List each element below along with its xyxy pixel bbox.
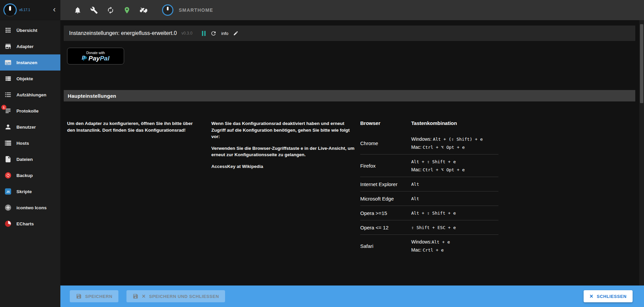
sidebar-item-benutzer[interactable]: Benutzer: [0, 119, 60, 135]
combo-prefix: Mac:: [411, 247, 423, 253]
paypal-monogram-icon: PP: [82, 55, 88, 61]
combo-keys: Alt + ⇧ Shift + e: [411, 159, 456, 164]
sidebar-item-label: Protokolle: [16, 108, 39, 114]
save-and-close-button[interactable]: × SPEICHERN UND SCHLIESSEN: [126, 290, 225, 302]
sidebar-item-adapter[interactable]: Adapter: [0, 38, 60, 54]
bullet-list-icon: [4, 91, 12, 99]
sidebar-item-dateien[interactable]: Dateien: [0, 151, 60, 167]
sidebar-item-backup[interactable]: Backup: [0, 167, 60, 183]
browser-name: Safari: [360, 243, 411, 249]
grid-icon: [4, 26, 12, 34]
combo-keys: Ctrl + ⌥ Opt + e: [423, 145, 465, 150]
javascript-icon: JS: [4, 187, 12, 195]
sidebar-item-label: Dateien: [16, 157, 33, 162]
save-button[interactable]: SPEICHERN: [70, 290, 118, 302]
page: Instanzeinstellungen: energiefluss-erwei…: [60, 20, 644, 286]
sidebar-item-label: Aufzählungen: [16, 92, 46, 97]
sidebar-item-aufzaehlungen[interactable]: Aufzählungen: [0, 87, 60, 103]
page-title: Instanzeinstellungen: energiefluss-erwei…: [69, 30, 177, 36]
wrench-icon[interactable]: [90, 6, 98, 14]
bell-icon[interactable]: [74, 6, 82, 14]
column-header-browser: Browser: [360, 120, 411, 126]
host-status-icon[interactable]: [123, 6, 131, 14]
intro-text-left: Um den Adapter zu konfigurieren, öffnen …: [67, 120, 201, 257]
wikipedia-link[interactable]: AccessKey at Wikipedia: [211, 163, 263, 170]
save-and-close-button-label: SPEICHERN UND SCHLIESSEN: [149, 294, 219, 299]
list-icon: [4, 75, 12, 83]
info-link[interactable]: info: [221, 31, 228, 36]
combo-prefix: Mac:: [411, 167, 423, 172]
key-combination: Alt: [411, 180, 419, 188]
close-icon: ×: [142, 293, 146, 299]
sidebar-item-echarts[interactable]: ECharts: [0, 216, 60, 232]
combo-prefix: Windows:: [411, 136, 433, 142]
server-icon: [4, 139, 12, 147]
table-header-row: Browser Tastenkombination: [360, 120, 498, 132]
browser-name: Internet Explorer: [360, 181, 411, 187]
key-combination: Alt: [411, 194, 419, 203]
intro-text-middle: Wenn Sie das Konfigurationsrad deaktivie…: [211, 120, 356, 257]
adapter-version: v0.3.0: [181, 31, 193, 36]
host-name: SMARTHOME: [179, 7, 213, 13]
sidebar-nav: Übersicht Adapter Instanzen Objekte Aufz…: [0, 20, 60, 232]
paypal-wordmark-pay: Pay: [89, 55, 100, 61]
shortcut-table: Browser Tastenkombination Chrome Windows…: [360, 120, 498, 257]
sidebar-item-instanzen[interactable]: Instanzen: [0, 54, 60, 71]
sidebar-item-label: Übersicht: [16, 28, 37, 33]
column-header-keys: Tastenkombination: [411, 120, 457, 126]
instance-header: Instanzeinstellungen: energiefluss-erwei…: [64, 26, 635, 41]
vertical-scrollbar: [639, 20, 644, 286]
combo-keys: Alt + e: [432, 239, 450, 245]
paypal-donate-button[interactable]: Donate with PP PayPal: [67, 48, 124, 64]
combo-keys: Alt: [411, 182, 419, 187]
sidebar-item-label: Benutzer: [16, 125, 36, 130]
topbar: SMARTHOME: [60, 0, 644, 20]
sidebar-item-objekte[interactable]: Objekte: [0, 71, 60, 87]
browser-name: Opera <= 12: [360, 225, 411, 230]
combo-keys: Crtl + e: [423, 248, 444, 253]
pause-icon[interactable]: [202, 31, 206, 36]
sidebar-item-label: Hosts: [16, 141, 29, 146]
content-columns: Um den Adapter zu konfigurieren, öffnen …: [64, 101, 635, 257]
app-root: v6.17.1 ‹ Übersicht Adapter Instanzen Ob…: [0, 0, 644, 307]
admin-version: v6.17.1: [19, 8, 30, 12]
file-icon: [4, 155, 12, 163]
sidebar-item-skripte[interactable]: JS Skripte: [0, 183, 60, 200]
updates-icon[interactable]: [107, 6, 114, 14]
paypal-donate-label: Donate with: [86, 51, 105, 55]
intro-paragraph: Verwenden Sie die Browser-Zugriffstaste …: [211, 145, 356, 158]
sidebar-item-hosts[interactable]: Hosts: [0, 135, 60, 151]
sidebar-item-label: Objekte: [16, 76, 33, 81]
browser-name: Chrome: [360, 140, 411, 146]
edit-pencil-icon[interactable]: [233, 31, 238, 36]
combo-prefix: Windows:: [411, 239, 432, 245]
close-button[interactable]: × SCHLIESSEN: [584, 290, 633, 302]
table-row: Safari Windows:Alt + e Mac: Crtl + e: [360, 235, 498, 257]
browser-name: Microsoft Edge: [360, 196, 411, 202]
refresh-icon[interactable]: [210, 30, 217, 37]
adapter-config: Donate with PP PayPal Haupteinstellungen…: [64, 41, 635, 257]
key-combination: Alt + ⇧ Shift + e Mac: Ctrl + ⌥ Opt + e: [411, 158, 465, 174]
browser-name: Opera >=15: [360, 210, 411, 216]
log-count-badge: 1: [1, 105, 6, 110]
sidebar-item-protokolle[interactable]: 1 Protokolle: [0, 103, 60, 119]
backup-icon: [4, 171, 12, 179]
sidebar-collapse-icon[interactable]: ‹: [53, 5, 57, 15]
svg-text:JS: JS: [6, 190, 10, 193]
save-button-label: SPEICHERN: [85, 294, 112, 299]
combo-prefix: Mac:: [411, 144, 423, 150]
sidebar-item-label: Instanzen: [16, 60, 37, 65]
table-row: Firefox Alt + ⇧ Shift + e Mac: Ctrl + ⌥ …: [360, 155, 498, 177]
sidebar-item-label: Backup: [16, 173, 33, 178]
connection-off-icon[interactable]: [140, 6, 147, 14]
browser-name: Firefox: [360, 163, 411, 169]
sidebar-item-icontwo[interactable]: icontwo Icons: [0, 200, 60, 216]
paypal-logo: PP PayPal: [82, 55, 109, 61]
sidebar-item-uebersicht[interactable]: Übersicht: [0, 22, 60, 38]
table-row: Opera >=15 Alt + ⇧ Shift + e: [360, 206, 498, 220]
sidebar-item-label: Adapter: [16, 44, 34, 49]
key-combination: Windows: Alt + (⇧ Shift) + e Mac: Ctrl +…: [411, 135, 483, 151]
table-row: Microsoft Edge Alt: [360, 191, 498, 206]
sidebar-item-label: icontwo Icons: [16, 205, 47, 210]
scrollbar-thumb[interactable]: [640, 24, 643, 103]
